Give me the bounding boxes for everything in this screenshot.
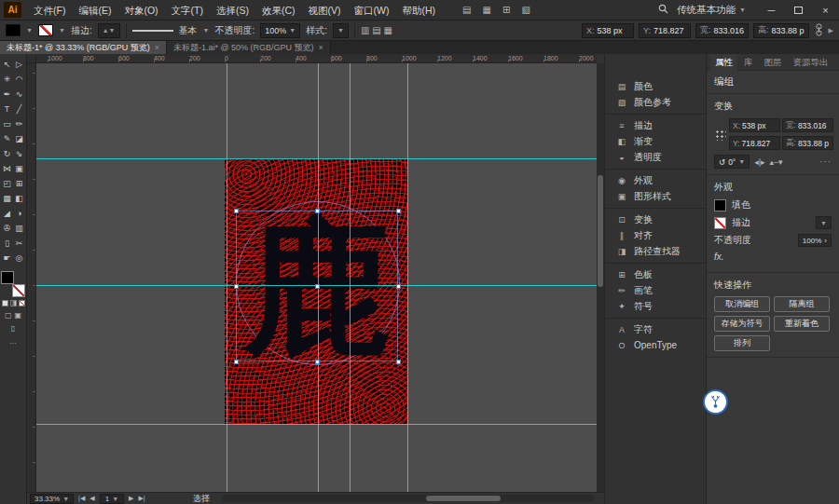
anchor-handle[interactable] <box>396 360 401 364</box>
artboard-nav-next[interactable]: ▶ <box>129 495 133 502</box>
stroke-color-swatch[interactable] <box>714 217 726 229</box>
menu-item[interactable]: 文件(F) <box>27 0 72 20</box>
horizontal-scrollbar[interactable] <box>222 495 594 502</box>
magic-wand-tool[interactable]: ✳ <box>1 72 13 87</box>
menu-item[interactable]: 对象(O) <box>117 0 164 20</box>
panel-item-character[interactable]: A 字符 <box>605 318 706 337</box>
panel-item-swatches[interactable]: ⊞ 色板 <box>605 263 706 282</box>
hand-tool[interactable]: ☛ <box>1 251 13 266</box>
mesh-tool[interactable]: ▦ <box>1 191 13 206</box>
panel-item-brushes[interactable]: ✏ 画笔 <box>605 282 706 298</box>
arrange-documents-icon[interactable]: ⊞ <box>502 5 510 15</box>
gradient-mode-button[interactable] <box>10 300 17 306</box>
guide-horizontal[interactable] <box>36 158 597 159</box>
panel-item-transform[interactable]: ⊡ 变换 <box>605 208 706 227</box>
fill-color-swatch[interactable] <box>6 24 21 36</box>
scale-tool[interactable]: ⇘ <box>13 146 25 161</box>
column-graph-tool[interactable]: ▥ <box>13 221 25 236</box>
horizontal-ruler[interactable]: 1000800600400200020040060080010001200140… <box>36 54 597 63</box>
scrollbar-thumb[interactable] <box>426 496 501 501</box>
artboard-number-dropdown[interactable]: 1 ▼ <box>100 494 124 504</box>
menu-item[interactable]: 窗口(W) <box>348 0 396 20</box>
artboard-nav-first[interactable]: |◀ <box>78 495 85 502</box>
tab-properties[interactable]: 属性 <box>710 54 737 71</box>
more-options-button[interactable]: ··· <box>819 157 832 167</box>
stock-icon[interactable]: ▦ <box>483 5 491 15</box>
workspace-switcher[interactable]: 传统基本功能 ▼ <box>677 4 746 17</box>
transform-field[interactable]: X: 538 px <box>729 118 780 132</box>
opacity-stepper[interactable]: 100%▼ <box>260 23 300 38</box>
bridge-icon[interactable]: ▤ <box>462 5 471 15</box>
link-dimensions-icon[interactable] <box>815 23 823 38</box>
canvas[interactable]: 鹿 <box>36 63 597 492</box>
stroke-swatch[interactable] <box>12 284 25 297</box>
reference-point-selector[interactable] <box>714 129 726 141</box>
close-icon[interactable]: × <box>319 43 323 52</box>
menu-item[interactable]: 视图(V) <box>302 0 348 20</box>
stroke-weight-stepper[interactable]: ▼ <box>816 216 832 229</box>
screen-mode-button[interactable]: ▯ <box>11 324 15 333</box>
panel-item-pathfinder[interactable]: ◨ 路径查找器 <box>605 243 706 259</box>
blend-tool[interactable]: ◑ <box>13 206 25 221</box>
panel-item-appearance[interactable]: ◉ 外观 <box>605 169 706 188</box>
selection-tool[interactable]: ↖ <box>1 57 13 72</box>
vertical-scrollbar[interactable] <box>597 63 604 492</box>
eraser-tool[interactable]: ◪ <box>13 131 25 146</box>
tab-untitled-1-ai[interactable]: 未标题-1.ai* @ 50% (RGB/GPU 预览) × <box>167 41 331 54</box>
artboard-tool[interactable]: ▯ <box>1 236 13 251</box>
perspective-grid-tool[interactable]: ⊞ <box>13 176 25 191</box>
anchor-handle[interactable] <box>234 284 239 289</box>
pen-tool[interactable]: ✒ <box>1 87 13 102</box>
transform-field[interactable]: 高: 833.88 p <box>782 136 833 150</box>
maximize-button[interactable] <box>785 0 812 20</box>
guide-horizontal[interactable] <box>36 424 597 425</box>
anchor-handle[interactable] <box>396 209 401 213</box>
artboard-nav-last[interactable]: ▶| <box>138 495 144 502</box>
shape-builder-tool[interactable]: ◰ <box>1 176 13 191</box>
opacity-value[interactable]: 100% › <box>798 234 832 247</box>
scrollbar-thumb[interactable] <box>598 175 603 287</box>
zoom-tool[interactable]: ◎ <box>13 251 25 266</box>
transform-field[interactable]: Y: 718.827 <box>729 136 780 150</box>
quick-action-button[interactable]: 存储为符号 <box>714 316 770 332</box>
transform-field[interactable]: 高: 833.88 p <box>753 23 809 38</box>
line-segment-tool[interactable]: ╱ <box>13 102 25 116</box>
menu-item[interactable]: 编辑(E) <box>72 0 117 20</box>
search-icon[interactable] <box>658 4 668 16</box>
minimize-button[interactable]: ─ <box>758 0 785 20</box>
panel-item-symbols[interactable]: ✦ 符号 <box>605 298 706 314</box>
gradient-tool[interactable]: ◧ <box>13 191 25 206</box>
menu-item[interactable]: 效果(C) <box>255 0 302 20</box>
type-tool[interactable]: T <box>1 102 13 116</box>
lasso-tool[interactable]: ◠ <box>13 72 25 87</box>
symbol-sprayer-tool[interactable]: ✇ <box>1 221 13 236</box>
panel-item-graphic-styles[interactable]: ▣ 图形样式 <box>605 188 706 204</box>
transform-field[interactable]: 宽: 833.016 <box>782 118 833 132</box>
quick-action-button[interactable]: 隔离组 <box>774 296 830 312</box>
tab-asset-export[interactable]: 资源导出 <box>789 54 833 71</box>
fx-button[interactable]: fx. <box>714 252 724 262</box>
anchor-handle[interactable] <box>396 284 401 289</box>
guide-vertical[interactable] <box>407 63 408 492</box>
pencil-tool[interactable]: ✎ <box>1 131 13 146</box>
stroke-color-swatch[interactable] <box>38 24 53 36</box>
artboard-nav-prev[interactable]: ◀ <box>89 495 94 502</box>
fill-swatch[interactable] <box>1 271 14 284</box>
panel-item-align[interactable]: ∥ 对齐 <box>605 227 706 243</box>
draw-normal-icon[interactable]: ▢ <box>5 311 12 320</box>
transform-field[interactable]: X: 538 px <box>582 23 634 38</box>
guide-vertical[interactable] <box>227 63 227 492</box>
brush-definition[interactable]: 基本 <box>179 24 198 37</box>
panel-expand-icon[interactable]: ▶ <box>829 27 833 34</box>
rotate-field[interactable]: ↺ 0° ▼ <box>714 155 750 169</box>
vertical-ruler[interactable]: 40020002004006008001000120014001600 <box>27 63 36 492</box>
curvature-tool[interactable]: ∿ <box>13 87 25 102</box>
color-mode-button[interactable] <box>2 300 8 306</box>
anchor-handle[interactable] <box>315 209 320 213</box>
tab-libraries[interactable]: 库 <box>739 54 758 71</box>
panel-item-color-guide[interactable]: ▧ 颜色参考 <box>605 94 706 110</box>
fill-color-swatch[interactable] <box>714 199 726 211</box>
direct-selection-tool[interactable]: ▷ <box>13 57 25 72</box>
transform-field[interactable]: Y: 718.827 <box>639 23 691 38</box>
panel-item-color[interactable]: ▤ 颜色 <box>605 78 706 94</box>
